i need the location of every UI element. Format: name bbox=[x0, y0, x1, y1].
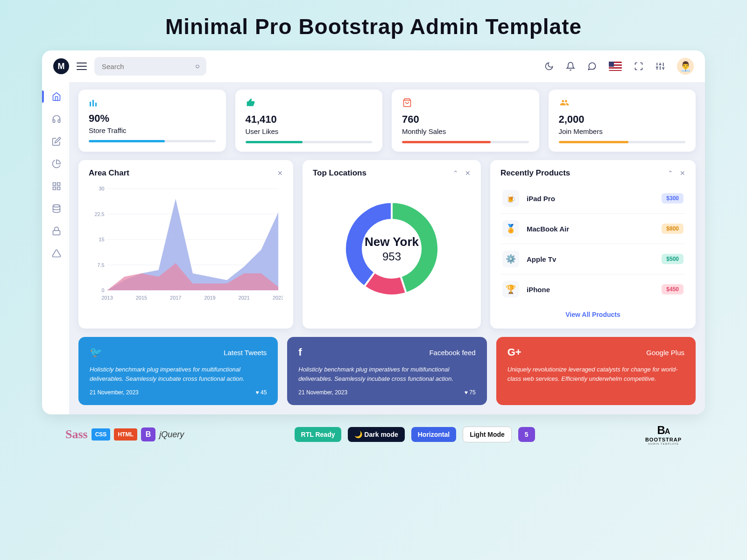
social-title: Latest Tweets bbox=[224, 349, 267, 357]
products-title: Recently Products bbox=[500, 168, 570, 178]
stat-icon bbox=[89, 98, 216, 109]
product-name: iPad Pro bbox=[527, 195, 654, 203]
price-badge: $450 bbox=[662, 284, 684, 294]
close-icon[interactable]: ✕ bbox=[277, 169, 283, 177]
svg-text:2019: 2019 bbox=[204, 295, 215, 301]
donut-center-label: New York bbox=[365, 235, 419, 249]
svg-rect-10 bbox=[57, 183, 60, 186]
sliders-icon[interactable] bbox=[655, 62, 665, 71]
social-text: Holisticly benchmark plug imperatives fo… bbox=[90, 365, 267, 384]
search-input[interactable] bbox=[102, 63, 190, 70]
collapse-icon[interactable]: ⌃ bbox=[453, 169, 458, 177]
social-card-0: 🐦Latest Tweets Holisticly benchmark plug… bbox=[78, 337, 278, 405]
product-row[interactable]: 🏅 MacBook Air $800 bbox=[500, 214, 685, 244]
product-name: iPhone bbox=[527, 286, 654, 294]
footer-badge[interactable]: RTL Ready bbox=[295, 427, 342, 442]
svg-rect-17 bbox=[95, 103, 97, 106]
price-badge: $500 bbox=[662, 254, 684, 264]
sidebar bbox=[42, 82, 69, 268]
sidebar-headphones-icon[interactable] bbox=[51, 114, 62, 124]
app-window: M ○ 👨‍💼 bbox=[42, 50, 705, 414]
stat-icon bbox=[402, 98, 529, 110]
avatar[interactable]: 👨‍💼 bbox=[677, 58, 694, 75]
stat-card-2: 760 Monthly Sales bbox=[392, 90, 539, 152]
view-all-link[interactable]: View All Products bbox=[500, 304, 685, 320]
sidebar-lock-icon[interactable] bbox=[51, 226, 62, 236]
product-row[interactable]: 🏆 iPhone $450 bbox=[500, 274, 685, 304]
footer-badge[interactable]: Horizontal bbox=[411, 427, 456, 442]
search-box[interactable]: ○ bbox=[94, 57, 206, 76]
sidebar-piechart-icon[interactable] bbox=[51, 159, 62, 169]
area-chart-title: Area Chart bbox=[89, 168, 129, 178]
sidebar-edit-icon[interactable] bbox=[51, 136, 62, 147]
moon-icon[interactable] bbox=[544, 62, 554, 71]
stat-icon bbox=[559, 98, 686, 110]
svg-rect-15 bbox=[90, 102, 91, 106]
page-title: Minimal Pro Bootstrap Admin Template bbox=[0, 0, 747, 50]
sidebar-database-icon[interactable] bbox=[51, 203, 62, 214]
chat-icon[interactable] bbox=[587, 62, 597, 71]
locations-title: Top Locations bbox=[313, 168, 366, 178]
price-badge: $800 bbox=[662, 224, 684, 234]
stat-label: User Likes bbox=[246, 127, 373, 135]
stat-value: 41,410 bbox=[246, 113, 373, 126]
sidebar-home-icon[interactable] bbox=[51, 91, 62, 102]
footer-badge[interactable]: 5 bbox=[518, 427, 535, 442]
footer-badge[interactable]: 🌙 Dark mode bbox=[348, 427, 404, 442]
stat-value: 2,000 bbox=[559, 113, 686, 126]
stat-label: Join Members bbox=[559, 127, 686, 135]
social-date: 21 November, 2023 bbox=[90, 389, 139, 396]
product-icon: 🍺 bbox=[502, 190, 519, 207]
svg-text:15: 15 bbox=[99, 237, 105, 242]
product-icon: ⚙️ bbox=[502, 251, 519, 267]
svg-rect-11 bbox=[57, 187, 60, 190]
product-name: Apple Tv bbox=[527, 255, 654, 263]
product-name: MacBook Air bbox=[527, 225, 654, 233]
svg-rect-9 bbox=[53, 183, 56, 186]
area-chart-card: Area Chart ✕ 07.51522.530201320152017201… bbox=[78, 160, 293, 329]
product-row[interactable]: 🍺 iPad Pro $300 bbox=[500, 183, 685, 214]
social-likes: ♥ 45 bbox=[256, 389, 267, 396]
stat-label: Monthly Sales bbox=[402, 127, 529, 135]
product-icon: 🏅 bbox=[502, 220, 519, 237]
social-title: Facebook feed bbox=[429, 349, 475, 357]
fullscreen-icon[interactable] bbox=[634, 62, 643, 71]
svg-rect-14 bbox=[53, 231, 60, 235]
stat-value: 90% bbox=[89, 112, 216, 125]
donut-center-value: 953 bbox=[365, 250, 419, 263]
social-date: 21 November, 2023 bbox=[298, 389, 347, 396]
stat-value: 760 bbox=[402, 113, 529, 126]
close-icon[interactable]: ✕ bbox=[465, 169, 471, 177]
svg-text:7.5: 7.5 bbox=[98, 262, 105, 268]
sidebar-alert-icon[interactable] bbox=[51, 248, 62, 259]
social-title: Google Plus bbox=[646, 349, 684, 357]
product-row[interactable]: ⚙️ Apple Tv $500 bbox=[500, 244, 685, 274]
sidebar-grid-icon[interactable] bbox=[51, 181, 62, 191]
social-likes: ♥ 75 bbox=[465, 389, 476, 396]
svg-rect-12 bbox=[53, 187, 56, 190]
social-card-1: fFacebook feed Holisticly benchmark plug… bbox=[287, 337, 486, 405]
stat-label: Store Traffic bbox=[89, 126, 216, 134]
svg-text:2013: 2013 bbox=[102, 295, 113, 301]
bootstrap-brand: BA BOOTSTRAP ADMIN TEMPLATE bbox=[645, 424, 682, 445]
flag-icon[interactable] bbox=[609, 62, 622, 71]
social-icon: G+ bbox=[507, 346, 521, 358]
close-icon[interactable]: ✕ bbox=[680, 169, 685, 177]
product-icon: 🏆 bbox=[502, 281, 519, 298]
svg-text:0: 0 bbox=[102, 287, 105, 293]
search-icon[interactable]: ○ bbox=[195, 62, 200, 71]
hamburger-icon[interactable] bbox=[77, 63, 87, 70]
tech-logos: Sass CSS HTML B jQuery bbox=[65, 427, 184, 441]
logo[interactable]: M bbox=[53, 58, 69, 74]
stat-card-1: 41,410 User Likes bbox=[235, 90, 383, 152]
stat-card-0: 90% Store Traffic bbox=[78, 90, 226, 152]
svg-text:2015: 2015 bbox=[136, 295, 147, 301]
svg-text:22.5: 22.5 bbox=[95, 211, 105, 217]
stat-card-3: 2,000 Join Members bbox=[549, 90, 696, 152]
bell-icon[interactable] bbox=[566, 62, 575, 71]
products-card: Recently Products ⌃✕ 🍺 iPad Pro $300 🏅 M… bbox=[490, 160, 696, 329]
social-text: Holisticly benchmark plug imperatives fo… bbox=[298, 365, 475, 384]
collapse-icon[interactable]: ⌃ bbox=[668, 169, 673, 177]
footer-badge[interactable]: Light Mode bbox=[463, 427, 512, 442]
topbar: M ○ 👨‍💼 bbox=[42, 50, 705, 82]
